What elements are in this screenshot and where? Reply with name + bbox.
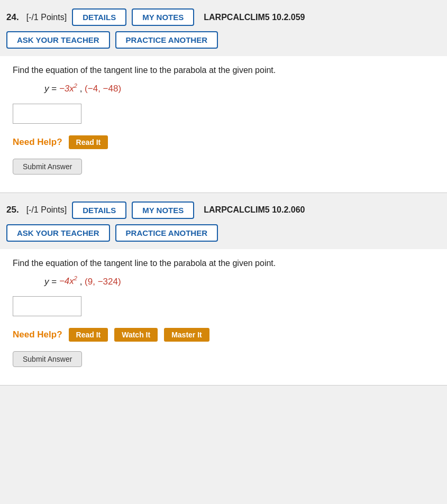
submit-row-24: Submit Answer — [13, 159, 434, 182]
equation-main-24: −3x2 — [59, 84, 77, 94]
need-help-row-24: Need Help? Read It — [13, 135, 434, 149]
submit-button-24[interactable]: Submit Answer — [13, 159, 82, 175]
problem-24: 24. [-/1 Points] DETAILS MY NOTES LARPCA… — [0, 0, 447, 193]
problem-24-code: LARPCALCLIM5 10.2.059 — [204, 13, 305, 22]
problem-25: 25. [-/1 Points] DETAILS MY NOTES LARPCA… — [0, 193, 447, 386]
read-it-button-24[interactable]: Read It — [69, 135, 108, 149]
problem-25-code: LARPCALCLIM5 10.2.060 — [204, 205, 305, 215]
submit-button-25[interactable]: Submit Answer — [13, 351, 82, 367]
details-button-25[interactable]: DETAILS — [72, 201, 126, 219]
equation-y-25: y — [44, 276, 49, 286]
practice-another-button-25[interactable]: PRACTICE ANOTHER — [115, 224, 218, 242]
need-help-row-25: Need Help? Read It Watch It Master It — [13, 328, 434, 342]
master-it-button-25[interactable]: Master It — [164, 328, 209, 342]
watch-it-button-25[interactable]: Watch It — [114, 328, 158, 342]
equation-point-25: (9, −324) — [85, 276, 121, 286]
read-it-button-25[interactable]: Read It — [69, 328, 108, 342]
problem-25-header: 25. [-/1 Points] DETAILS MY NOTES LARPCA… — [0, 201, 447, 224]
equation-eq-25: = — [51, 276, 59, 286]
problem-25-number: 25. — [6, 205, 19, 215]
equation-comma-25: , — [80, 276, 85, 286]
submit-row-25: Submit Answer — [13, 351, 434, 374]
ask-teacher-button-24[interactable]: ASK YOUR TEACHER — [6, 31, 110, 49]
problem-25-text: Find the equation of the tangent line to… — [13, 259, 434, 268]
my-notes-button-24[interactable]: MY NOTES — [132, 8, 194, 26]
problem-25-content: Find the equation of the tangent line to… — [0, 249, 447, 386]
problem-24-text: Find the equation of the tangent line to… — [13, 66, 434, 75]
my-notes-button-25[interactable]: MY NOTES — [132, 201, 194, 219]
need-help-label-24: Need Help? — [13, 137, 62, 148]
equation-y-24: y — [44, 84, 49, 94]
problem-24-equation: y = −3x2 , (−4, −48) — [44, 83, 434, 94]
problem-24-points: [-/1 Points] — [26, 13, 67, 22]
equation-main-25: −4x2 — [59, 276, 77, 286]
ask-teacher-button-25[interactable]: ASK YOUR TEACHER — [6, 224, 110, 242]
details-button-24[interactable]: DETAILS — [72, 8, 126, 26]
problem-24-content: Find the equation of the tangent line to… — [0, 56, 447, 193]
problem-24-second-row: ASK YOUR TEACHER PRACTICE ANOTHER — [0, 31, 447, 56]
practice-another-button-24[interactable]: PRACTICE ANOTHER — [115, 31, 218, 49]
problem-24-header: 24. [-/1 Points] DETAILS MY NOTES LARPCA… — [0, 8, 447, 31]
problem-25-equation: y = −4x2 , (9, −324) — [44, 276, 434, 287]
problem-25-points: [-/1 Points] — [26, 205, 67, 215]
equation-eq-24: = — [51, 84, 59, 94]
problem-25-second-row: ASK YOUR TEACHER PRACTICE ANOTHER — [0, 224, 447, 249]
answer-input-24[interactable] — [13, 104, 81, 124]
problem-24-number: 24. — [6, 12, 19, 23]
equation-point-24: (−4, −48) — [85, 84, 121, 94]
answer-input-25[interactable] — [13, 296, 81, 316]
equation-comma-24: , — [80, 84, 85, 94]
need-help-label-25: Need Help? — [13, 329, 62, 340]
